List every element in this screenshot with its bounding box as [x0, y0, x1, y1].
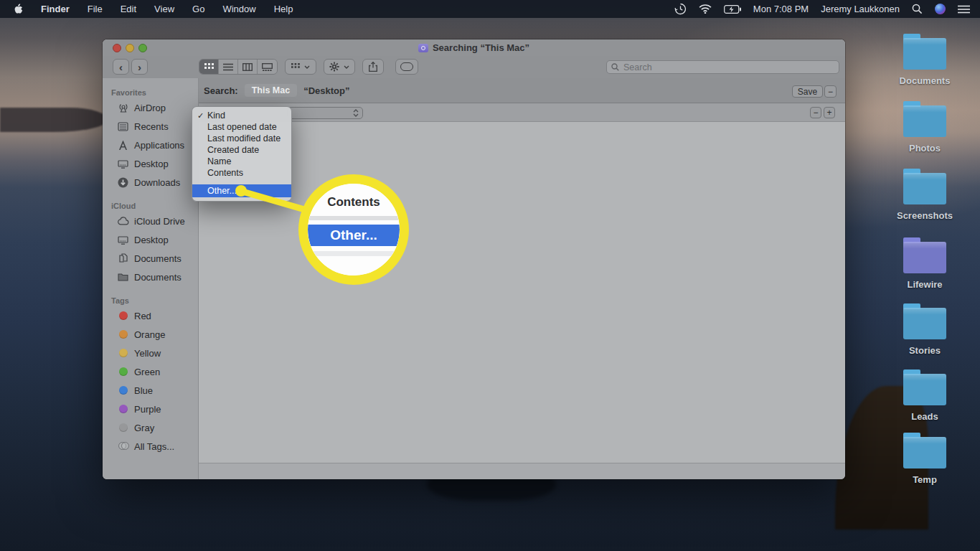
column-view-icon — [242, 63, 253, 71]
share-button[interactable] — [362, 59, 384, 75]
menu-item-kind[interactable]: ✓ Kind — [192, 110, 291, 121]
spotlight-search-icon[interactable] — [912, 4, 923, 14]
sidebar-tag-blue[interactable]: Blue — [103, 381, 198, 400]
sidebar-item-icloud-documents[interactable]: Documents — [103, 249, 198, 268]
scope-this-mac-button[interactable]: This Mac — [245, 84, 298, 97]
sidebar-tag-gray[interactable]: Gray — [103, 418, 198, 437]
search-input[interactable] — [622, 62, 834, 73]
action-gear-icon — [329, 62, 339, 72]
sidebar-item-label: Orange — [134, 329, 165, 340]
gallery-view-button[interactable] — [258, 60, 277, 74]
search-results-area[interactable] — [199, 122, 845, 463]
menu-finder[interactable]: Finder — [41, 4, 70, 14]
folder-icon — [903, 437, 946, 468]
fast-user-switching[interactable]: Jeremy Laukkonen — [821, 4, 900, 14]
remove-criterion-button[interactable]: − — [810, 107, 821, 118]
sidebar-item-icloud-desktop[interactable]: Desktop — [103, 230, 198, 249]
gallery-view-icon — [262, 63, 273, 71]
desktop-folder-temp[interactable]: Temp — [882, 437, 968, 485]
desktop-folder-leads[interactable]: Leads — [882, 374, 968, 422]
sidebar-item-label: Documents — [134, 272, 182, 283]
action-menu-button[interactable] — [324, 59, 355, 75]
sidebar-item-label: Documents — [134, 253, 182, 264]
sidebar-item-label: Purple — [134, 404, 161, 415]
scope-desktop-button[interactable]: “Desktop” — [303, 85, 349, 96]
sidebar-item-desktop[interactable]: Desktop — [103, 154, 198, 173]
callout-other-highlight: Other... — [308, 225, 400, 246]
menu-item-name[interactable]: Name — [192, 156, 291, 167]
menu-edit[interactable]: Edit — [121, 4, 136, 14]
back-button[interactable]: ‹ — [113, 59, 129, 75]
window-titlebar[interactable]: Searching “This Mac” — [103, 39, 845, 56]
sidebar-item-icloud-drive[interactable]: iCloud Drive — [103, 212, 198, 230]
sidebar-item-label: Applications — [134, 140, 184, 151]
toolbar-search-field[interactable] — [606, 60, 839, 74]
desktop-folder-lifewire[interactable]: Lifewire — [882, 242, 968, 290]
siri-icon[interactable] — [935, 4, 946, 14]
remove-scope-button[interactable]: − — [824, 85, 837, 98]
sidebar-item-applications[interactable]: Applications — [103, 136, 198, 154]
sidebar-tag-purple[interactable]: Purple — [103, 400, 198, 418]
group-by-button[interactable] — [285, 59, 316, 75]
list-view-button[interactable] — [219, 60, 238, 74]
desktop-folder-screenshots[interactable]: Screenshots — [882, 173, 968, 221]
menu-view[interactable]: View — [154, 4, 174, 14]
desktop-folder-photos[interactable]: Photos — [882, 105, 968, 154]
sidebar-tag-green[interactable]: Green — [103, 362, 198, 381]
callout-contents-label: Contents — [308, 195, 400, 209]
group-icon — [291, 63, 300, 70]
folder-label: Screenshots — [882, 210, 968, 221]
folder-icon — [903, 374, 946, 405]
screen: Documents Photos Screenshots Lifewire St… — [0, 0, 980, 551]
save-search-button[interactable]: Save — [792, 85, 823, 98]
traffic-lights — [113, 44, 147, 52]
zoom-button[interactable] — [138, 44, 147, 52]
tag-blue-icon — [119, 386, 128, 395]
sidebar-tag-yellow[interactable]: Yellow — [103, 344, 198, 362]
stepper-chevrons-icon — [353, 109, 359, 117]
menu-item-contents[interactable]: Contents — [192, 167, 291, 179]
menu-item-other[interactable]: Other... — [192, 184, 291, 197]
menu-item-created-date[interactable]: Created date — [192, 144, 291, 156]
forward-button[interactable]: › — [131, 59, 148, 75]
desktop-folder-stories[interactable]: Stories — [882, 308, 968, 356]
sidebar-item-documents-folder[interactable]: Documents — [103, 268, 198, 286]
menu-item-last-opened-date[interactable]: Last opened date — [192, 121, 291, 133]
sidebar-section-favorites: Favorites — [111, 88, 198, 98]
desktop-folder-documents[interactable]: Documents — [882, 38, 968, 86]
wifi-icon[interactable] — [699, 4, 712, 14]
menu-item-last-modified-date[interactable]: Last modified date — [192, 133, 291, 144]
criteria-value-dropdown[interactable] — [287, 107, 363, 119]
sidebar-item-label: Yellow — [134, 348, 161, 359]
icon-view-icon — [204, 63, 214, 71]
add-criterion-button[interactable]: + — [824, 107, 835, 118]
folder-label: Leads — [882, 411, 968, 422]
window-title: Searching “This Mac” — [418, 42, 529, 53]
callout-separator — [308, 216, 400, 220]
sidebar-item-downloads[interactable]: Downloads — [103, 173, 198, 192]
battery-icon[interactable] — [724, 5, 741, 14]
menu-go[interactable]: Go — [192, 4, 204, 14]
sidebar-item-airdrop[interactable]: AirDrop — [103, 98, 198, 117]
icon-view-button[interactable] — [199, 60, 219, 74]
time-machine-icon[interactable] — [674, 3, 687, 15]
sidebar-item-label: Gray — [134, 423, 154, 433]
sidebar-item-recents[interactable]: Recents — [103, 117, 198, 136]
folder-label: Temp — [882, 474, 968, 485]
window-sidebar: Favorites AirDrop Recents App — [103, 78, 199, 479]
menu-help[interactable]: Help — [274, 4, 293, 14]
clock[interactable]: Mon 7:08 PM — [753, 4, 809, 14]
sidebar-tag-red[interactable]: Red — [103, 306, 198, 325]
menu-window[interactable]: Window — [222, 4, 255, 14]
column-view-button[interactable] — [238, 60, 258, 74]
menu-bar: Finder File Edit View Go Window Help — [0, 0, 980, 18]
notification-center-icon[interactable] — [958, 5, 970, 14]
close-button[interactable] — [113, 44, 121, 52]
tags-button[interactable] — [395, 59, 418, 75]
sidebar-tag-orange[interactable]: Orange — [103, 325, 198, 344]
window-status-bar — [199, 463, 845, 479]
minimize-button[interactable] — [126, 44, 134, 52]
sidebar-all-tags[interactable]: All Tags... — [103, 437, 198, 456]
apple-logo-icon[interactable] — [13, 4, 23, 15]
menu-file[interactable]: File — [88, 4, 103, 14]
